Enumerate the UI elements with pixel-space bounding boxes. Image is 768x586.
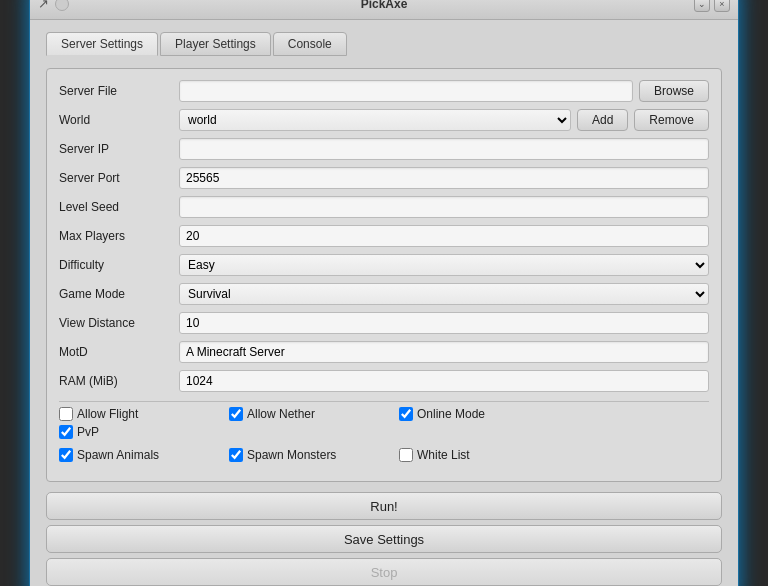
world-label: World [59,113,179,127]
checkbox-group-1: Allow Flight Allow Nether Online Mode Pv… [59,407,709,443]
server-ip-row: Server IP [59,137,709,161]
server-port-label: Server Port [59,171,179,185]
allow-flight-item: Allow Flight [59,407,229,421]
view-distance-row: View Distance [59,311,709,335]
world-row: World world Add Remove [59,108,709,132]
online-mode-item: Online Mode [399,407,569,421]
main-window: ↗ PickAxe ⌄ × Server Settings Player Set… [29,0,739,586]
content-area: Server Settings Player Settings Console … [30,20,738,586]
tab-console[interactable]: Console [273,32,347,56]
tab-bar: Server Settings Player Settings Console [46,32,722,56]
spawn-animals-item: Spawn Animals [59,448,229,462]
world-select[interactable]: world [179,109,571,131]
motd-input[interactable] [179,341,709,363]
max-players-row: Max Players [59,224,709,248]
world-controls: world Add Remove [179,109,709,131]
remove-button[interactable]: Remove [634,109,709,131]
spawn-monsters-item: Spawn Monsters [229,448,399,462]
divider [59,401,709,402]
server-file-row: Server File Browse [59,79,709,103]
server-file-controls: Browse [179,80,709,102]
allow-nether-label: Allow Nether [247,407,315,421]
server-ip-input[interactable] [179,138,709,160]
difficulty-label: Difficulty [59,258,179,272]
server-file-label: Server File [59,84,179,98]
ram-input[interactable] [179,370,709,392]
allow-flight-checkbox[interactable] [59,407,73,421]
spawn-animals-label: Spawn Animals [77,448,159,462]
online-mode-checkbox[interactable] [399,407,413,421]
ram-label: RAM (MiB) [59,374,179,388]
allow-nether-item: Allow Nether [229,407,399,421]
circle-icon [55,0,69,11]
view-distance-label: View Distance [59,316,179,330]
allow-flight-label: Allow Flight [77,407,138,421]
spawn-animals-checkbox[interactable] [59,448,73,462]
server-port-input[interactable] [179,167,709,189]
form-body: Server File Browse World world Add Remov… [46,68,722,482]
bottom-buttons: Run! Save Settings Stop [46,492,722,586]
level-seed-label: Level Seed [59,200,179,214]
difficulty-select[interactable]: Easy Normal Hard Peaceful [179,254,709,276]
allow-nether-checkbox[interactable] [229,407,243,421]
spawn-monsters-checkbox[interactable] [229,448,243,462]
level-seed-input[interactable] [179,196,709,218]
browse-button[interactable]: Browse [639,80,709,102]
titlebar-right-controls: ⌄ × [694,0,730,12]
window-title: PickAxe [361,0,408,11]
white-list-item: White List [399,448,569,462]
ram-row: RAM (MiB) [59,369,709,393]
pvp-item: PvP [59,425,229,439]
level-seed-row: Level Seed [59,195,709,219]
spawn-monsters-label: Spawn Monsters [247,448,336,462]
online-mode-label: Online Mode [417,407,485,421]
max-players-label: Max Players [59,229,179,243]
max-players-input[interactable] [179,225,709,247]
pvp-label: PvP [77,425,99,439]
difficulty-row: Difficulty Easy Normal Hard Peaceful [59,253,709,277]
server-file-input[interactable] [179,80,633,102]
save-settings-button[interactable]: Save Settings [46,525,722,553]
view-distance-input[interactable] [179,312,709,334]
motd-label: MotD [59,345,179,359]
white-list-checkbox[interactable] [399,448,413,462]
close-button[interactable]: × [714,0,730,12]
tab-player-settings[interactable]: Player Settings [160,32,271,56]
arrow-icon: ↗ [38,0,49,11]
stop-button[interactable]: Stop [46,558,722,586]
white-list-label: White List [417,448,470,462]
tab-server-settings[interactable]: Server Settings [46,32,158,56]
motd-row: MotD [59,340,709,364]
game-mode-select[interactable]: Survival Creative Adventure [179,283,709,305]
minimize-button[interactable]: ⌄ [694,0,710,12]
game-mode-row: Game Mode Survival Creative Adventure [59,282,709,306]
run-button[interactable]: Run! [46,492,722,520]
server-port-row: Server Port [59,166,709,190]
titlebar-controls: ↗ [38,0,69,11]
add-button[interactable]: Add [577,109,628,131]
pvp-checkbox[interactable] [59,425,73,439]
titlebar: ↗ PickAxe ⌄ × [30,0,738,20]
server-ip-label: Server IP [59,142,179,156]
checkbox-group-2: Spawn Animals Spawn Monsters White List [59,448,709,466]
game-mode-label: Game Mode [59,287,179,301]
